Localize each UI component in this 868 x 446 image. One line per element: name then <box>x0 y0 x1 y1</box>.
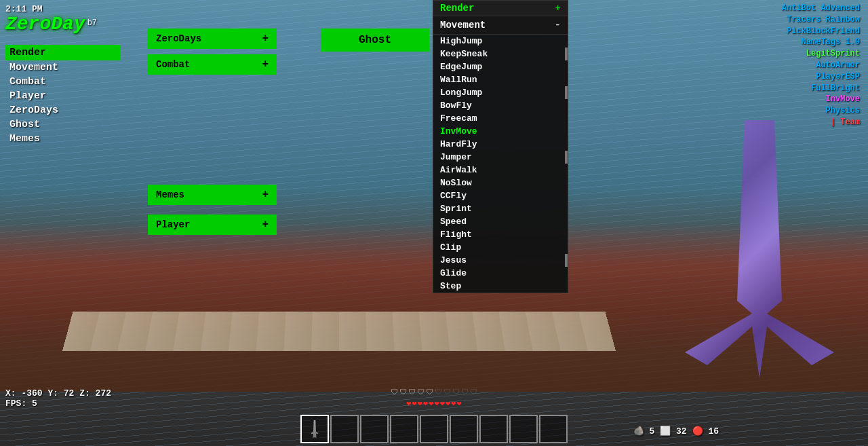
item-jumper[interactable]: Jumper <box>433 151 568 164</box>
hud-physics: Physics <box>782 105 860 117</box>
heart-6: ❤ <box>435 398 439 409</box>
client-version: b7 <box>87 18 97 28</box>
render-plus-icon: + <box>555 3 561 14</box>
heart-8: ❤ <box>446 398 450 409</box>
armor-icon-2: 🛡 <box>399 388 407 396</box>
hotbar-slot-3[interactable] <box>360 415 389 443</box>
armor-icon-7: 🛡 <box>443 388 451 396</box>
client-header: ZeroDayb7 <box>5 14 97 35</box>
item-noslow[interactable]: NoSlow <box>433 176 568 189</box>
hotbar-slot-2[interactable] <box>330 415 359 443</box>
hud-invmove: InvMove <box>782 94 860 105</box>
hotbar-slot-7[interactable] <box>479 415 508 443</box>
heart-4: ❤ <box>423 398 428 409</box>
memes-label: Memes <box>156 189 184 200</box>
health-armor-display: 🛡 🛡 🛡 🛡 🛡 🛡 🛡 🛡 🛡 🛡 ❤ ❤ ❤ ❤ ❤ ❤ ❤ ❤ ❤ ❤ <box>391 388 477 409</box>
heart-7: ❤ <box>440 398 445 409</box>
armor-icon-8: 🛡 <box>452 388 460 396</box>
clock: 2:11 PM <box>5 4 43 14</box>
armor-icon-3: 🛡 <box>408 388 416 396</box>
memes-plus: + <box>262 189 269 201</box>
hud-team: | Team <box>782 117 860 128</box>
movement-header[interactable]: Movement - <box>433 16 568 35</box>
movement-dropdown: Render + Movement - HighJump KeepSneak E… <box>433 0 568 293</box>
item-edgejump[interactable]: EdgeJump <box>433 60 568 73</box>
sidebar-menu: Render Movement Combat Player ZeroDays G… <box>5 45 121 146</box>
sidebar-item-player[interactable]: Player <box>5 89 121 103</box>
item-glide[interactable]: Glide <box>433 267 568 280</box>
hud-fullbright: FullBright <box>782 83 860 94</box>
memes-button[interactable]: Memes + <box>148 185 277 205</box>
sidebar-item-zerodays[interactable]: ZeroDays <box>5 103 121 117</box>
armor-row: 🛡 🛡 🛡 🛡 🛡 🛡 🛡 🛡 🛡 🛡 <box>391 388 477 396</box>
item-speed[interactable]: Speed <box>433 215 568 228</box>
wooden-planks <box>62 312 616 351</box>
inv-item-1: 🪨 5 <box>633 426 655 436</box>
item-clip[interactable]: Clip <box>433 241 568 254</box>
movement-minus-icon[interactable]: - <box>554 19 561 31</box>
hearts-row: ❤ ❤ ❤ ❤ ❤ ❤ ❤ ❤ ❤ ❤ <box>406 398 461 409</box>
hotbar-slot-6[interactable] <box>450 415 478 443</box>
item-bowfly[interactable]: BowFly <box>433 99 568 112</box>
item-highjump[interactable]: HighJump <box>433 35 568 48</box>
item-jesus[interactable]: Jesus <box>433 254 568 267</box>
hud-playeresp: PlayerESP <box>782 71 860 83</box>
item-freecam[interactable]: Freecam <box>433 112 568 125</box>
left-sidebar: Render Movement Combat Player ZeroDays G… <box>5 41 121 146</box>
armor-icon-1: 🛡 <box>391 388 398 396</box>
heart-3: ❤ <box>418 398 422 409</box>
render-header-label: Render <box>440 3 474 14</box>
armor-icon-9: 🛡 <box>461 388 469 396</box>
inv-item-2: ⬜ 32 <box>660 426 686 436</box>
item-flight[interactable]: Flight <box>433 228 568 241</box>
ghost-button[interactable]: Ghost <box>321 29 429 52</box>
hotbar-slot-4[interactable] <box>390 415 418 443</box>
hud-legitsprint: LegitSprint <box>782 48 860 60</box>
player-label: Player <box>156 219 190 230</box>
heart-9: ❤ <box>451 398 456 409</box>
bottom-inventory: 🪨 5 ⬜ 32 🔴 16 <box>633 426 719 436</box>
zerodays-button[interactable]: ZeroDays + <box>148 29 277 49</box>
sidebar-item-movement[interactable]: Movement <box>5 60 121 75</box>
render-header[interactable]: Render + <box>433 1 568 16</box>
sidebar-item-combat[interactable]: Combat <box>5 75 121 89</box>
heart-5: ❤ <box>429 398 433 409</box>
item-step[interactable]: Step <box>433 280 568 293</box>
item-wallrun[interactable]: WallRun <box>433 73 568 86</box>
item-ccfly[interactable]: CCFly <box>433 189 568 202</box>
sidebar-item-render[interactable]: Render <box>5 45 121 60</box>
coords-fps: X: -360 Y: 72 Z: 272 FPS: 5 <box>5 388 111 409</box>
coordinates: X: -360 Y: 72 Z: 272 <box>5 388 111 398</box>
armor-icon-10: 🛡 <box>470 388 477 396</box>
item-invmove[interactable]: InvMove <box>433 125 568 138</box>
hotbar-slot-8[interactable] <box>509 415 538 443</box>
item-keepsneak[interactable]: KeepSneak <box>433 48 568 60</box>
inv-item-3: 🔴 16 <box>692 426 719 436</box>
player-button[interactable]: Player + <box>148 215 277 235</box>
zerodays-plus: + <box>262 33 269 45</box>
item-longjump[interactable]: LongJump <box>433 86 568 99</box>
combat-label: Combat <box>156 59 190 70</box>
zerodays-label: ZeroDays <box>156 33 201 44</box>
movement-items-list: HighJump KeepSneak EdgeJump WallRun Long… <box>433 35 568 293</box>
heart-2: ❤ <box>412 398 417 409</box>
hotbar-slot-9[interactable] <box>539 415 568 443</box>
movement-header-label: Movement <box>440 20 486 31</box>
hud-nametags: NameTags 1.0 <box>782 37 860 48</box>
item-hardfly[interactable]: HardFly <box>433 138 568 151</box>
item-airwalk[interactable]: AirWalk <box>433 164 568 176</box>
top-right-hud: AntiBot Advanced Tracers Rainbow PickBlo… <box>782 3 865 128</box>
armor-icon-4: 🛡 <box>417 388 425 396</box>
heart-1: ❤ <box>406 398 411 409</box>
module-buttons: ZeroDays + Combat + <box>148 29 277 75</box>
combat-button[interactable]: Combat + <box>148 54 277 75</box>
hotbar-slot-5[interactable] <box>420 415 448 443</box>
sword-item-icon <box>306 420 323 438</box>
sidebar-item-ghost[interactable]: Ghost <box>5 117 121 132</box>
heart-10: ❤ <box>456 398 461 409</box>
item-sprint[interactable]: Sprint <box>433 202 568 215</box>
hotbar-slot-1[interactable] <box>300 415 329 443</box>
hotbar <box>300 415 568 443</box>
sidebar-item-memes[interactable]: Memes <box>5 132 121 146</box>
hud-autoarmor: AutoArmor <box>782 60 860 71</box>
